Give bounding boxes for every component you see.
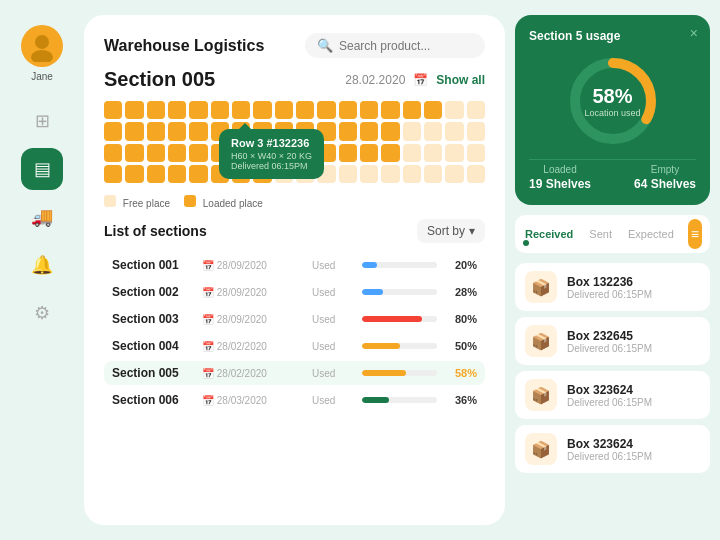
- shelf-cell[interactable]: [168, 122, 186, 140]
- tooltip-dim: H60 × W40 × 20 KG: [231, 151, 312, 161]
- row-name: Section 004: [112, 339, 202, 353]
- shelf-cell[interactable]: [147, 122, 165, 140]
- shelf-cell[interactable]: [168, 165, 186, 183]
- donut-percent: 58%: [584, 85, 640, 108]
- shelf-cell[interactable]: [147, 165, 165, 183]
- shelf-cell[interactable]: [424, 122, 442, 140]
- table-row[interactable]: Section 002 📅 28/09/2020 Used 28%: [104, 280, 485, 304]
- filter-button[interactable]: ≡: [688, 219, 702, 249]
- shelf-cell[interactable]: [147, 144, 165, 162]
- row-percent: 28%: [437, 286, 477, 298]
- shelf-cell[interactable]: [403, 144, 421, 162]
- sidebar-item-dashboard[interactable]: ⊞: [21, 100, 63, 142]
- shelf-cell[interactable]: [445, 144, 463, 162]
- shelf-cell[interactable]: [275, 101, 293, 119]
- shelf-cell[interactable]: [445, 122, 463, 140]
- shelf-cell[interactable]: [360, 122, 378, 140]
- shelf-cell[interactable]: [360, 101, 378, 119]
- row-date: 📅 28/02/2020: [202, 368, 312, 379]
- shelf-cell[interactable]: [104, 165, 122, 183]
- shelf-cell[interactable]: [360, 165, 378, 183]
- shelf-cell[interactable]: [403, 165, 421, 183]
- legend-free: Free place: [104, 195, 170, 209]
- shelf-cell[interactable]: [253, 101, 271, 119]
- shelf-cell[interactable]: [467, 144, 485, 162]
- shelf-cell[interactable]: [189, 101, 207, 119]
- list-item[interactable]: 📦 Box 323624 Delivered 06:15PM: [515, 425, 710, 473]
- sort-button[interactable]: Sort by ▾: [417, 219, 485, 243]
- close-button[interactable]: ×: [690, 25, 698, 41]
- progress-fill: [362, 316, 422, 322]
- sidebar-item-inventory[interactable]: ▤: [21, 148, 63, 190]
- shelf-cell[interactable]: [168, 144, 186, 162]
- tab-received[interactable]: Received: [523, 224, 575, 244]
- row-date: 📅 28/09/2020: [202, 260, 312, 271]
- shelf-cell[interactable]: [424, 165, 442, 183]
- tab-sent[interactable]: Sent: [587, 224, 614, 244]
- shelf-cell[interactable]: [147, 101, 165, 119]
- shelf-cell[interactable]: [424, 144, 442, 162]
- list-item[interactable]: 📦 Box 323624 Delivered 06:15PM: [515, 371, 710, 419]
- show-all-link[interactable]: Show all: [436, 73, 485, 87]
- box-name: Box 323624: [567, 383, 652, 397]
- shelf-cell[interactable]: [189, 144, 207, 162]
- shelf-cell[interactable]: [211, 101, 229, 119]
- shelf-cell[interactable]: [467, 101, 485, 119]
- list-header: List of sections Sort by ▾: [104, 219, 485, 243]
- avatar: [21, 25, 63, 67]
- donut-text: 58% Location used: [584, 85, 640, 118]
- shelf-cell[interactable]: [189, 165, 207, 183]
- calendar-icon: 📅: [413, 73, 428, 87]
- row-used-label: Used: [312, 395, 362, 406]
- shelf-cell[interactable]: [125, 165, 143, 183]
- row-name: Section 001: [112, 258, 202, 272]
- sidebar-item-alerts[interactable]: 🔔: [21, 244, 63, 286]
- box-info: Box 232645 Delivered 06:15PM: [567, 329, 652, 354]
- shelf-cell[interactable]: [360, 144, 378, 162]
- shelf-cell[interactable]: [381, 144, 399, 162]
- shelf-cell[interactable]: [104, 122, 122, 140]
- shelf-cell[interactable]: [381, 101, 399, 119]
- table-row[interactable]: Section 001 📅 28/09/2020 Used 20%: [104, 253, 485, 277]
- shelf-cell[interactable]: [296, 101, 314, 119]
- shelf-cell[interactable]: [232, 101, 250, 119]
- shelf-cell[interactable]: [403, 122, 421, 140]
- shelf-cell[interactable]: [125, 122, 143, 140]
- list-item[interactable]: 📦 Box 232645 Delivered 06:15PM: [515, 317, 710, 365]
- table-row[interactable]: Section 006 📅 28/03/2020 Used 36%: [104, 388, 485, 412]
- box-name: Box 232645: [567, 329, 652, 343]
- shelf-cell[interactable]: [339, 165, 357, 183]
- shelf-cell[interactable]: [381, 122, 399, 140]
- table-row[interactable]: Section 004 📅 28/02/2020 Used 50%: [104, 334, 485, 358]
- search-box[interactable]: 🔍: [305, 33, 485, 58]
- shelf-cell[interactable]: [424, 101, 442, 119]
- sort-label: Sort by: [427, 224, 465, 238]
- shelf-cell[interactable]: [125, 144, 143, 162]
- shelf-cell[interactable]: [104, 144, 122, 162]
- sidebar-item-settings[interactable]: ⚙: [21, 292, 63, 334]
- shelf-cell[interactable]: [339, 122, 357, 140]
- tab-expected[interactable]: Expected: [626, 224, 676, 244]
- list-item[interactable]: 📦 Box 132236 Delivered 06:15PM: [515, 263, 710, 311]
- shelf-cell[interactable]: [381, 165, 399, 183]
- shelf-cell[interactable]: [189, 122, 207, 140]
- table-row[interactable]: Section 005 📅 28/02/2020 Used 58%: [104, 361, 485, 385]
- shelf-cell[interactable]: [445, 165, 463, 183]
- box-delivered: Delivered 06:15PM: [567, 289, 652, 300]
- table-row[interactable]: Section 003 📅 28/09/2020 Used 80%: [104, 307, 485, 331]
- box-icon: 📦: [525, 433, 557, 465]
- shelf-cell[interactable]: [104, 101, 122, 119]
- shelf-cell[interactable]: [339, 101, 357, 119]
- shelf-cell[interactable]: [317, 101, 335, 119]
- search-input[interactable]: [339, 39, 473, 53]
- shelf-cell[interactable]: [467, 122, 485, 140]
- sidebar-item-delivery[interactable]: 🚚: [21, 196, 63, 238]
- shelf-cell[interactable]: [403, 101, 421, 119]
- user-name: Jane: [31, 71, 53, 82]
- shelf-cell[interactable]: [168, 101, 186, 119]
- shelf-cell[interactable]: [125, 101, 143, 119]
- shelf-cell[interactable]: [467, 165, 485, 183]
- shelf-cell[interactable]: [445, 101, 463, 119]
- shelf-cell[interactable]: [339, 144, 357, 162]
- row-name: Section 005: [112, 366, 202, 380]
